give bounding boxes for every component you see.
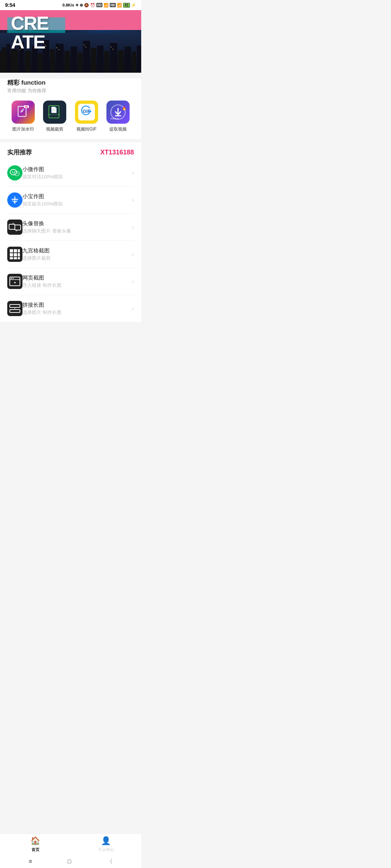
- svg-rect-22: [125, 47, 131, 73]
- svg-point-74: [13, 278, 14, 279]
- svg-rect-62: [10, 249, 13, 252]
- svg-rect-32: [59, 49, 59, 50]
- svg-rect-66: [14, 253, 17, 256]
- wechat-arrow: ›: [132, 170, 134, 176]
- svg-point-53: [12, 172, 13, 173]
- gif-inner: GIF: [78, 104, 95, 120]
- alipay-arrow: ›: [132, 197, 134, 203]
- svg-text:🖊: 🖊: [20, 109, 24, 113]
- wechat-desc: 搞笑对话100%模拟: [22, 174, 129, 180]
- stitch-icon: [7, 301, 22, 316]
- rec-title: 实用推荐: [7, 148, 32, 157]
- svg-rect-23: [132, 52, 136, 73]
- hd-icon: HD: [96, 3, 102, 7]
- list-item-nine-grid[interactable]: 九宫格截图 选择图片裁剪 ›: [7, 241, 134, 268]
- svg-rect-4: [7, 44, 10, 73]
- featured-subtitle: 常用功能 为你推荐: [7, 88, 134, 94]
- featured-section: 精彩 function 常用功能 为你推荐 🖊 ID 图片加水印: [0, 78, 141, 139]
- watermark-icon: 🖊 ID: [12, 101, 35, 124]
- size-cutting-icon: 📄 SIZE CUTTING: [43, 101, 66, 124]
- svg-rect-61: [15, 225, 21, 230]
- web-icon: ✦: [7, 274, 22, 289]
- avatar-name: 头像替换: [22, 220, 129, 227]
- feature-item-video[interactable]: 🔥 VIDEO 提取视频: [105, 101, 131, 132]
- avatar-content: 头像替换 选择聊天图片 替换头像: [22, 220, 129, 234]
- hd2-icon: HD: [110, 3, 116, 7]
- gif-label: 视频转GIF: [76, 127, 97, 132]
- svg-point-52: [10, 170, 17, 175]
- signal-icon: 📶: [104, 3, 109, 8]
- svg-point-56: [15, 173, 16, 174]
- list-item-avatar[interactable]: 头像替换 选择聊天图片 替换头像 ›: [7, 214, 134, 241]
- svg-rect-5: [11, 49, 18, 73]
- feature-item-gif[interactable]: GIF 视频转GIF: [73, 101, 100, 132]
- svg-text:SIZE CUTTING: SIZE CUTTING: [48, 114, 60, 116]
- svg-text:🔥: 🔥: [122, 106, 127, 111]
- alipay-name: 小宝作图: [22, 193, 129, 200]
- svg-rect-68: [10, 257, 13, 259]
- avatar-desc: 选择聊天图片 替换头像: [22, 228, 129, 234]
- web-desc: 导入链接 制作长图: [22, 282, 129, 289]
- web-arrow: ›: [132, 278, 134, 285]
- svg-point-57: [17, 173, 18, 174]
- svg-rect-16: [83, 41, 90, 73]
- section-title-bar: 精彩 function 常用功能 为你推荐: [0, 78, 141, 95]
- hero-banner: CREATE: [0, 10, 141, 73]
- list-item-wechat[interactable]: 小微作图 搞笑对话100%模拟 ›: [7, 159, 134, 187]
- feature-item-size-cutting[interactable]: 📄 SIZE CUTTING 视频裁剪: [42, 101, 68, 132]
- alarm-icon: ⏰: [90, 3, 95, 8]
- rec-code: XT1316188: [100, 149, 134, 156]
- svg-rect-7: [25, 51, 31, 73]
- video-label: 提取视频: [109, 127, 127, 132]
- svg-rect-18: [97, 46, 104, 73]
- wifi-icon: ⊜: [80, 3, 83, 8]
- svg-rect-13: [64, 51, 70, 73]
- wechat-name: 小微作图: [22, 166, 129, 173]
- list-item-alipay[interactable]: 小宝作图 搞笑娱乐100%模拟 ›: [7, 187, 134, 214]
- list-item-stitch[interactable]: 拼接长图 选择图片 制作长图 ›: [7, 295, 134, 322]
- svg-text:VIDEO: VIDEO: [110, 118, 119, 120]
- web-name: 网页截图: [22, 275, 129, 281]
- svg-point-73: [11, 278, 12, 279]
- svg-rect-31: [56, 47, 57, 48]
- grid-icon: [7, 247, 22, 262]
- charging-icon: ⚡: [131, 3, 136, 8]
- stitch-name: 拼接长图: [22, 302, 129, 309]
- svg-rect-36: [113, 49, 113, 50]
- avatar-icon: [7, 220, 22, 235]
- wechat-icon: [7, 165, 22, 180]
- featured-title: 精彩 function: [7, 78, 134, 87]
- svg-rect-67: [18, 253, 20, 256]
- signal2-icon: 📶: [117, 3, 122, 8]
- watermark-label: 图片加水印: [12, 127, 34, 132]
- svg-rect-33: [84, 44, 84, 45]
- video-icon: 🔥 VIDEO: [106, 101, 130, 124]
- svg-rect-70: [18, 257, 20, 259]
- stitch-arrow: ›: [132, 305, 134, 312]
- recommendation-section: 实用推荐 XT1316188 小微作图 搞笑对话100%模拟 ›: [0, 142, 141, 322]
- svg-text:ID: ID: [25, 106, 28, 108]
- web-content: 网页截图 导入链接 制作长图: [22, 275, 129, 289]
- svg-rect-15: [78, 53, 82, 73]
- list-item-web[interactable]: ✦ 网页截图 导入链接 制作长图 ›: [7, 268, 134, 295]
- avatar-arrow: ›: [132, 224, 134, 230]
- size-cutting-label: 视频裁剪: [46, 127, 63, 132]
- alipay-content: 小宝作图 搞笑娱乐100%模拟: [22, 193, 129, 207]
- rec-header: 实用推荐 XT1316188: [7, 148, 134, 157]
- svg-rect-19: [104, 51, 109, 73]
- svg-rect-21: [118, 50, 124, 73]
- battery-icon: 41: [123, 3, 130, 8]
- svg-rect-60: [9, 224, 15, 229]
- svg-rect-35: [111, 47, 112, 47]
- gif-icon: GIF: [75, 101, 98, 124]
- svg-rect-11: [50, 49, 55, 73]
- bluetooth-icon: ✶: [75, 3, 79, 8]
- nine-grid-arrow: ›: [132, 251, 134, 258]
- svg-rect-20: [110, 43, 117, 73]
- svg-text:✦: ✦: [13, 281, 16, 285]
- wechat-content: 小微作图 搞笑对话100%模拟: [22, 166, 129, 180]
- status-time: 9:54: [5, 2, 15, 8]
- svg-rect-63: [14, 249, 17, 252]
- svg-rect-77: [10, 310, 20, 312]
- feature-item-watermark[interactable]: 🖊 ID 图片加水印: [10, 101, 36, 132]
